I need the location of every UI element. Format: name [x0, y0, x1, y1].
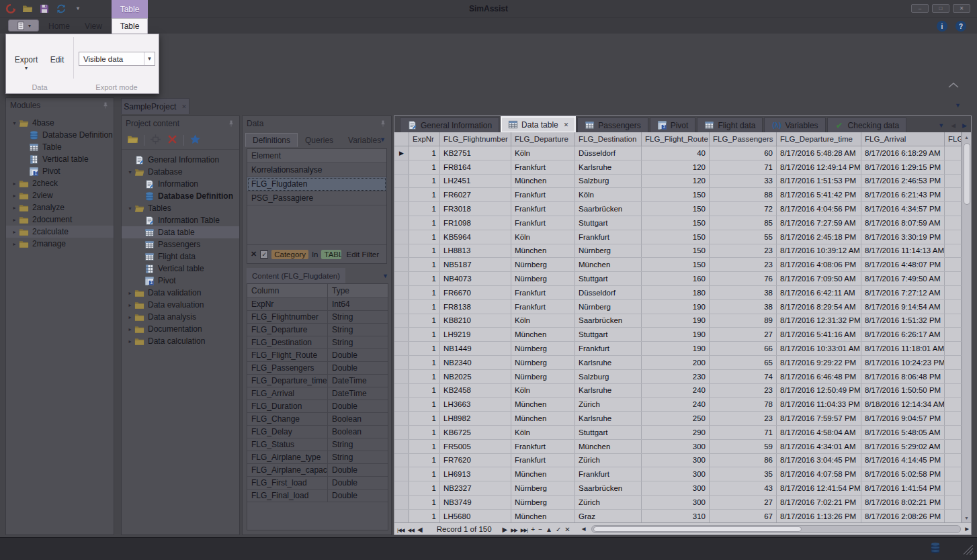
resize-grip-icon[interactable]: [964, 545, 973, 555]
maximize-button[interactable]: □: [932, 4, 949, 13]
table-row[interactable]: 1NB2340NürnbergKarlsruhe200658/17/2016 9…: [394, 356, 963, 370]
tree-item-2document[interactable]: ▸2document: [6, 214, 114, 226]
expand-arrow-icon[interactable]: ▸: [10, 217, 19, 223]
table-tab-variables[interactable]: (λ)Variables: [764, 118, 825, 132]
element-item-flg-flugdaten[interactable]: FLG_Flugdaten: [247, 177, 386, 191]
expand-arrow-icon[interactable]: ▸: [126, 314, 134, 320]
table-tab-checking-data[interactable]: ✔Checking data: [827, 118, 907, 132]
grid-column-header-flg-departure[interactable]: FLG_Departure: [511, 132, 575, 146]
content-row[interactable]: FLG_FlightnumberString: [247, 311, 388, 324]
table-row[interactable]: 1LH2451MünchenSalzburg120338/17/2016 1:5…: [394, 175, 963, 189]
tab-list-dropdown-icon[interactable]: ▼: [938, 122, 944, 129]
content-dropdown-icon[interactable]: ▼: [382, 273, 388, 279]
grid-column-header-flg-destination[interactable]: FLG_Destination: [575, 132, 642, 146]
tree-item-4base[interactable]: ▾4base: [6, 117, 114, 129]
tree-item-pivot[interactable]: ΣPivot: [122, 275, 239, 287]
content-row[interactable]: FLG_Departure_timeDateTime: [247, 375, 388, 387]
expand-arrow-icon[interactable]: ▸: [126, 290, 134, 296]
open-folder-icon[interactable]: [22, 3, 33, 14]
content-row[interactable]: FLG_First_loadDouble: [247, 477, 388, 489]
table-row[interactable]: 1LH3663MünchenZürich240788/17/2016 11:04…: [394, 398, 963, 412]
grid-column-header-flg-arrival[interactable]: FLG_Arrival: [861, 132, 945, 146]
delete-button[interactable]: [167, 134, 178, 147]
delete-record-button[interactable]: −: [538, 526, 542, 533]
data-tab-queries[interactable]: Queries: [298, 133, 341, 147]
close-icon[interactable]: ✕: [564, 122, 569, 128]
table-row[interactable]: 1FR6027FrankfurtKöln150888/17/2016 5:41:…: [394, 188, 963, 202]
expand-arrow-icon[interactable]: ▸: [10, 181, 19, 187]
help-icon[interactable]: ?: [955, 21, 966, 32]
table-tab-data-table[interactable]: Data table✕: [501, 116, 576, 132]
tree-item-general-information[interactable]: General Information: [122, 154, 239, 166]
pin-icon[interactable]: [379, 120, 387, 128]
collapse-arrow-icon[interactable]: ▾: [126, 205, 134, 212]
expand-arrow-icon[interactable]: ▸: [10, 193, 19, 199]
table-tab-flight-data[interactable]: Flight data: [697, 118, 763, 132]
tree-item-data-validation[interactable]: ▸Data validation: [122, 287, 239, 299]
horizontal-scrollbar[interactable]: [591, 525, 961, 533]
filter-value[interactable]: TABL: [321, 250, 341, 259]
table-tab-general-information[interactable]: General Information: [400, 118, 499, 132]
table-tab-pivot[interactable]: ΣPivot: [650, 118, 696, 132]
ribbon-tab-home[interactable]: Home: [44, 18, 74, 34]
table-row[interactable]: 1LH8813MünchenNürnberg150238/17/2016 10:…: [394, 244, 963, 259]
app-logo-icon[interactable]: [5, 3, 16, 14]
info-icon[interactable]: i: [937, 21, 947, 32]
minimize-button[interactable]: –: [911, 4, 929, 13]
tree-item-2analyze[interactable]: ▸2analyze: [6, 201, 114, 214]
post-edit-button[interactable]: ✓: [556, 526, 561, 533]
favorite-button[interactable]: [189, 134, 201, 147]
horizontal-scrollbar-thumb[interactable]: [593, 526, 802, 532]
data-tab-definitions[interactable]: Definitions: [245, 133, 298, 147]
collapse-arrow-icon[interactable]: ▾: [126, 169, 134, 175]
tree-item-flight-data[interactable]: Flight data: [122, 250, 239, 263]
tree-item-data-analysis[interactable]: ▸Data analysis: [122, 311, 239, 323]
scroll-down-icon[interactable]: ▼: [962, 513, 971, 522]
vertical-scrollbar[interactable]: ▲ ▼: [962, 132, 971, 522]
grid-column-header-expnr[interactable]: ExpNr: [409, 132, 440, 146]
table-tab-passengers[interactable]: Passengers: [577, 118, 648, 132]
table-row[interactable]: 1LH9219MünchenStuttgart190278/17/2016 5:…: [394, 328, 963, 342]
content-row[interactable]: FLG_DepartureString: [247, 324, 388, 336]
content-row[interactable]: FLG_Flight_RouteDouble: [247, 349, 388, 362]
table-row[interactable]: 1FR6670FrankfurtDüsseldorf180388/17/2016…: [394, 286, 963, 300]
element-item-psg-passagiere[interactable]: PSG_Passagiere: [247, 191, 386, 205]
grid-column-header-flg-departure-time[interactable]: FLG_Departure_time: [777, 132, 861, 146]
table-row[interactable]: 1FR3018FrankfurtSaarbrücken150728/17/201…: [394, 202, 963, 216]
table-row[interactable]: 1KB5964KölnFrankfurt150558/17/2016 2:45:…: [394, 230, 963, 244]
content-row[interactable]: FLG_PassengersDouble: [247, 362, 388, 375]
tree-item-database-definition[interactable]: Database Definition: [6, 129, 114, 141]
hscroll-right-icon[interactable]: ▶: [965, 526, 968, 532]
tree-item-2view[interactable]: ▸2view: [6, 189, 114, 201]
element-item-korrelationsanalyse[interactable]: Korrelationsanalyse: [247, 163, 386, 177]
tree-item-documentation[interactable]: ▸Documentation: [122, 323, 239, 335]
expand-arrow-icon[interactable]: ▸: [126, 302, 134, 308]
table-row[interactable]: 1FR8138FrankfurtNürnberg190388/17/2016 8…: [394, 300, 963, 314]
table-row[interactable]: 1FR7620FrankfurtZürich300868/17/2016 3:0…: [394, 454, 963, 468]
tabs-dropdown-icon[interactable]: ▼: [380, 136, 386, 143]
tree-item-data-table[interactable]: Data table: [122, 226, 239, 238]
application-button[interactable]: ▾: [8, 19, 39, 32]
table-row[interactable]: 1NB2327NürnbergSaarbrücken300438/17/2016…: [394, 481, 963, 496]
grid-column-header-flg-flightnumber[interactable]: FLG_Flightnumber: [440, 132, 511, 146]
table-row[interactable]: 1LH6913MünchenFrankfurt300358/17/2016 4:…: [394, 467, 963, 481]
tree-item-vertical-table[interactable]: Vertical table: [122, 263, 239, 275]
filter-field[interactable]: Category: [271, 250, 308, 259]
edit-button[interactable]: Edit: [42, 37, 72, 64]
table-row[interactable]: 1LH8982MünchenKarlsruhe250238/17/2016 7:…: [394, 412, 963, 426]
table-row[interactable]: 1FR8164FrankfurtKarlsruhe120718/17/2016 …: [394, 160, 963, 175]
table-row[interactable]: 1KB8210KölnSaarbrücken190898/17/2016 12:…: [394, 314, 963, 328]
scroll-tabs-right-icon[interactable]: ▶: [962, 122, 967, 129]
tree-item-2manage[interactable]: ▸2manage: [6, 238, 114, 250]
tree-item-information[interactable]: Information: [122, 178, 239, 190]
hscroll-left-icon[interactable]: ◀: [582, 526, 585, 532]
content-column-header[interactable]: Column: [247, 284, 328, 297]
content-row[interactable]: FLG_Airplane_capacityDouble: [247, 464, 388, 477]
filter-enabled-checkbox[interactable]: ✓: [260, 250, 268, 259]
content-row[interactable]: FLG_Final_loadDouble: [247, 489, 388, 502]
tree-item-vertical-table[interactable]: Vertical table: [6, 153, 114, 165]
content-row[interactable]: ExpNrInt64: [247, 298, 388, 311]
close-icon[interactable]: ✕: [181, 103, 187, 110]
scroll-tabs-left-icon[interactable]: ◀: [951, 122, 955, 129]
cancel-edit-button[interactable]: ✕: [564, 526, 570, 533]
